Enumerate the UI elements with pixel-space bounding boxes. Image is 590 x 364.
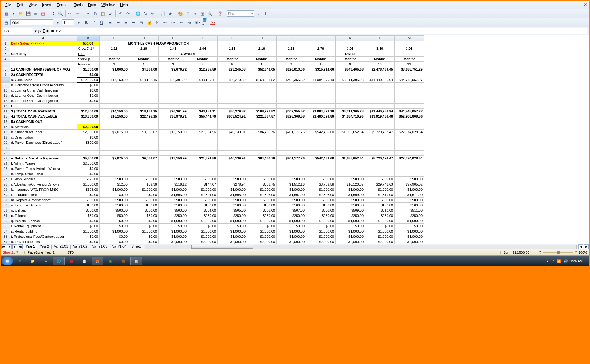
cell[interactable]: $40,139.91	[218, 156, 247, 161]
cell[interactable]: $26,301.99	[159, 77, 188, 83]
cell[interactable]: $80,279.82	[218, 77, 247, 83]
cell[interactable]: $100.00	[77, 203, 100, 208]
cell[interactable]: $0.00	[218, 224, 247, 229]
cell[interactable]: Position	[77, 62, 100, 67]
cell[interactable]: a. Materials	[10, 124, 77, 130]
cell[interactable]	[188, 72, 218, 77]
cell[interactable]: $2,000.00	[306, 239, 336, 244]
row-header[interactable]: 21	[1, 145, 10, 151]
cell[interactable]: $500.00	[188, 177, 218, 182]
cell[interactable]: $500.00	[336, 198, 365, 203]
cell[interactable]: $1,500.00	[277, 218, 306, 224]
cell[interactable]	[10, 151, 77, 156]
cell[interactable]: 2.38	[277, 46, 306, 51]
cell[interactable]	[365, 135, 395, 140]
cell[interactable]	[129, 104, 159, 109]
cell[interactable]	[100, 72, 129, 77]
cell[interactable]: $0.00	[306, 224, 336, 229]
row-header[interactable]: 5	[1, 62, 10, 67]
cell[interactable]	[218, 88, 247, 93]
cell[interactable]	[306, 72, 336, 77]
cell[interactable]: $1,000.00	[129, 187, 159, 192]
cell[interactable]: $0.00	[395, 224, 424, 229]
row-header[interactable]: 22	[1, 151, 10, 156]
cell[interactable]: $0.00	[247, 224, 277, 229]
cell[interactable]: $13,919,456.40	[365, 114, 395, 119]
cell[interactable]: $80,279.82	[218, 109, 247, 114]
row-header[interactable]: 13	[1, 104, 10, 109]
cell[interactable]: $103,524.91	[218, 114, 247, 119]
cell[interactable]: $1,000.00	[218, 229, 247, 234]
cell[interactable]	[365, 151, 395, 156]
cell[interactable]: $100.00	[188, 203, 218, 208]
cell[interactable]: $1,500.00	[218, 218, 247, 224]
font-size-input[interactable]	[62, 19, 74, 25]
cell[interactable]	[188, 161, 218, 166]
datasources-icon[interactable]: ⊞	[184, 10, 191, 17]
cell[interactable]: $0.00	[100, 224, 129, 229]
cell[interactable]	[100, 151, 129, 156]
cell[interactable]: $500.00	[77, 208, 100, 213]
cell[interactable]	[277, 166, 306, 171]
cell[interactable]: $0.00	[77, 192, 100, 198]
cell[interactable]: $504.00	[188, 208, 218, 213]
cell[interactable]: $0.00	[159, 224, 188, 229]
cell[interactable]	[247, 104, 277, 109]
cell[interactable]: $0.00	[77, 88, 100, 93]
tray-arrow-icon[interactable]: ▴	[547, 259, 549, 263]
row-header[interactable]: 30	[1, 192, 10, 198]
cell[interactable]: 4.) TOTAL CASH AVAILABLE	[10, 114, 77, 119]
cell[interactable]	[159, 140, 188, 145]
sheet-tab[interactable]: Sheet3	[129, 245, 144, 249]
cell[interactable]	[306, 83, 336, 88]
cell[interactable]: $0.00	[129, 234, 159, 239]
row-header[interactable]: 7	[1, 72, 10, 77]
cell[interactable]: Company:	[10, 51, 77, 57]
row-header[interactable]: 3	[1, 51, 10, 57]
cell[interactable]	[395, 88, 424, 93]
cell[interactable]: OWNER:	[159, 51, 218, 57]
cell[interactable]	[277, 119, 306, 124]
cell[interactable]	[336, 135, 365, 140]
size-dropdown-icon[interactable]: ▾	[75, 19, 82, 26]
cell[interactable]: $1,400,093.86	[306, 114, 336, 119]
cell[interactable]: $1,509.00	[336, 192, 365, 198]
row-header[interactable]: 2	[1, 46, 10, 51]
cell[interactable]: $1,000.00	[395, 187, 424, 192]
row-header[interactable]: 38	[1, 234, 10, 239]
row-header[interactable]: 8	[1, 77, 10, 83]
cell[interactable]: $50.00	[77, 213, 100, 218]
row-header[interactable]: 36	[1, 224, 10, 229]
cell[interactable]: 500.00	[77, 41, 100, 46]
cell[interactable]	[247, 98, 277, 104]
cell[interactable]: $0.00	[77, 135, 100, 140]
cell[interactable]	[100, 83, 129, 88]
cell[interactable]: 2.) CASH RECEIPTS	[10, 72, 77, 77]
cell[interactable]: $14,150.00	[100, 109, 129, 114]
cell[interactable]	[306, 135, 336, 140]
cell[interactable]	[277, 93, 306, 98]
cell[interactable]	[365, 124, 395, 130]
cell[interactable]: $3,311,305.28	[336, 77, 365, 83]
cell[interactable]	[306, 93, 336, 98]
cell[interactable]	[100, 166, 129, 171]
cell[interactable]: 10	[365, 62, 395, 67]
cell[interactable]	[129, 119, 159, 124]
cell[interactable]: $100.00	[247, 203, 277, 208]
cell[interactable]: Month:	[365, 57, 395, 62]
cell[interactable]	[218, 41, 247, 46]
cell[interactable]: $1,000.00	[159, 229, 188, 234]
cell[interactable]	[218, 145, 247, 151]
cell[interactable]	[159, 151, 188, 156]
cell[interactable]: $1,500.00	[159, 218, 188, 224]
cell[interactable]	[159, 72, 188, 77]
cell[interactable]	[395, 171, 424, 177]
row-header[interactable]: 10	[1, 88, 10, 93]
cell[interactable]	[129, 166, 159, 171]
app4-icon[interactable]: ▤	[117, 257, 129, 265]
cell[interactable]	[129, 88, 159, 93]
cell[interactable]: $201,177.76	[277, 156, 306, 161]
cell[interactable]: 1.86	[218, 46, 247, 51]
cell[interactable]: DATE:	[336, 51, 365, 57]
align-left-icon[interactable]: ≡	[107, 19, 114, 26]
